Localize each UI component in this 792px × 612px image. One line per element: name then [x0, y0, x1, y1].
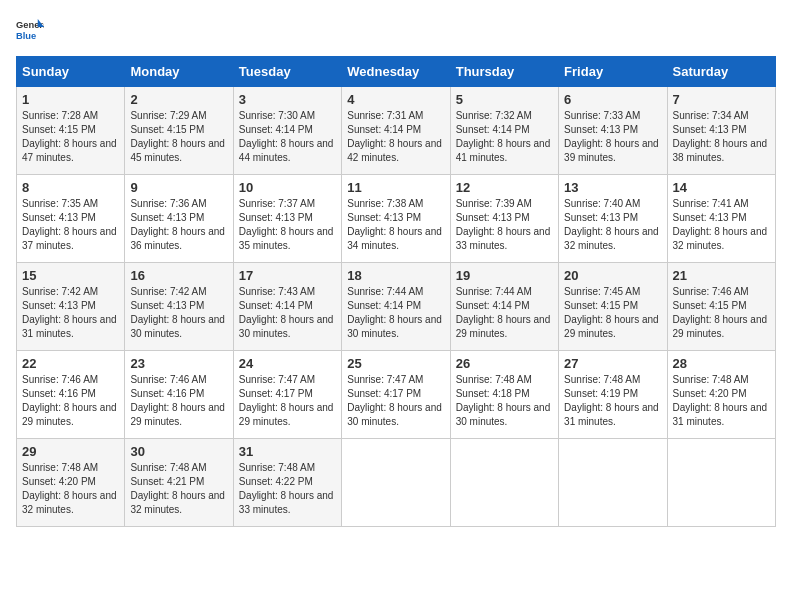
day-number: 2 [130, 92, 227, 107]
day-number: 8 [22, 180, 119, 195]
cell-details: Sunrise: 7:35 AMSunset: 4:13 PMDaylight:… [22, 198, 117, 251]
day-number: 25 [347, 356, 444, 371]
cell-details: Sunrise: 7:46 AMSunset: 4:16 PMDaylight:… [130, 374, 225, 427]
cell-details: Sunrise: 7:48 AMSunset: 4:20 PMDaylight:… [673, 374, 768, 427]
day-number: 14 [673, 180, 770, 195]
cell-details: Sunrise: 7:46 AMSunset: 4:15 PMDaylight:… [673, 286, 768, 339]
cell-details: Sunrise: 7:48 AMSunset: 4:21 PMDaylight:… [130, 462, 225, 515]
day-number: 9 [130, 180, 227, 195]
col-header-wednesday: Wednesday [342, 57, 450, 87]
calendar-cell-29: 29Sunrise: 7:48 AMSunset: 4:20 PMDayligh… [17, 439, 125, 527]
day-number: 10 [239, 180, 336, 195]
cell-details: Sunrise: 7:39 AMSunset: 4:13 PMDaylight:… [456, 198, 551, 251]
day-number: 31 [239, 444, 336, 459]
cell-details: Sunrise: 7:31 AMSunset: 4:14 PMDaylight:… [347, 110, 442, 163]
cell-details: Sunrise: 7:33 AMSunset: 4:13 PMDaylight:… [564, 110, 659, 163]
cell-details: Sunrise: 7:43 AMSunset: 4:14 PMDaylight:… [239, 286, 334, 339]
calendar-cell-26: 26Sunrise: 7:48 AMSunset: 4:18 PMDayligh… [450, 351, 558, 439]
calendar-cell-9: 9Sunrise: 7:36 AMSunset: 4:13 PMDaylight… [125, 175, 233, 263]
col-header-monday: Monday [125, 57, 233, 87]
empty-cell [450, 439, 558, 527]
cell-details: Sunrise: 7:47 AMSunset: 4:17 PMDaylight:… [347, 374, 442, 427]
cell-details: Sunrise: 7:48 AMSunset: 4:22 PMDaylight:… [239, 462, 334, 515]
calendar-cell-20: 20Sunrise: 7:45 AMSunset: 4:15 PMDayligh… [559, 263, 667, 351]
day-number: 21 [673, 268, 770, 283]
day-number: 19 [456, 268, 553, 283]
cell-details: Sunrise: 7:36 AMSunset: 4:13 PMDaylight:… [130, 198, 225, 251]
cell-details: Sunrise: 7:44 AMSunset: 4:14 PMDaylight:… [456, 286, 551, 339]
col-header-sunday: Sunday [17, 57, 125, 87]
cell-details: Sunrise: 7:38 AMSunset: 4:13 PMDaylight:… [347, 198, 442, 251]
calendar-cell-2: 2Sunrise: 7:29 AMSunset: 4:15 PMDaylight… [125, 87, 233, 175]
calendar-cell-15: 15Sunrise: 7:42 AMSunset: 4:13 PMDayligh… [17, 263, 125, 351]
calendar-cell-14: 14Sunrise: 7:41 AMSunset: 4:13 PMDayligh… [667, 175, 775, 263]
col-header-tuesday: Tuesday [233, 57, 341, 87]
calendar-cell-31: 31Sunrise: 7:48 AMSunset: 4:22 PMDayligh… [233, 439, 341, 527]
logo: General Blue [16, 16, 44, 44]
day-number: 13 [564, 180, 661, 195]
svg-text:Blue: Blue [16, 31, 36, 41]
page-header: General Blue [16, 16, 776, 44]
day-number: 4 [347, 92, 444, 107]
day-number: 16 [130, 268, 227, 283]
day-number: 15 [22, 268, 119, 283]
cell-details: Sunrise: 7:41 AMSunset: 4:13 PMDaylight:… [673, 198, 768, 251]
calendar-cell-23: 23Sunrise: 7:46 AMSunset: 4:16 PMDayligh… [125, 351, 233, 439]
day-number: 27 [564, 356, 661, 371]
day-number: 23 [130, 356, 227, 371]
calendar-cell-5: 5Sunrise: 7:32 AMSunset: 4:14 PMDaylight… [450, 87, 558, 175]
day-number: 18 [347, 268, 444, 283]
calendar-cell-1: 1Sunrise: 7:28 AMSunset: 4:15 PMDaylight… [17, 87, 125, 175]
calendar-cell-10: 10Sunrise: 7:37 AMSunset: 4:13 PMDayligh… [233, 175, 341, 263]
calendar-cell-22: 22Sunrise: 7:46 AMSunset: 4:16 PMDayligh… [17, 351, 125, 439]
calendar-cell-21: 21Sunrise: 7:46 AMSunset: 4:15 PMDayligh… [667, 263, 775, 351]
cell-details: Sunrise: 7:48 AMSunset: 4:20 PMDaylight:… [22, 462, 117, 515]
calendar-cell-28: 28Sunrise: 7:48 AMSunset: 4:20 PMDayligh… [667, 351, 775, 439]
calendar-cell-24: 24Sunrise: 7:47 AMSunset: 4:17 PMDayligh… [233, 351, 341, 439]
cell-details: Sunrise: 7:34 AMSunset: 4:13 PMDaylight:… [673, 110, 768, 163]
calendar-cell-19: 19Sunrise: 7:44 AMSunset: 4:14 PMDayligh… [450, 263, 558, 351]
day-number: 7 [673, 92, 770, 107]
cell-details: Sunrise: 7:44 AMSunset: 4:14 PMDaylight:… [347, 286, 442, 339]
cell-details: Sunrise: 7:37 AMSunset: 4:13 PMDaylight:… [239, 198, 334, 251]
calendar-cell-13: 13Sunrise: 7:40 AMSunset: 4:13 PMDayligh… [559, 175, 667, 263]
day-number: 20 [564, 268, 661, 283]
col-header-thursday: Thursday [450, 57, 558, 87]
cell-details: Sunrise: 7:40 AMSunset: 4:13 PMDaylight:… [564, 198, 659, 251]
cell-details: Sunrise: 7:47 AMSunset: 4:17 PMDaylight:… [239, 374, 334, 427]
col-header-friday: Friday [559, 57, 667, 87]
calendar-cell-18: 18Sunrise: 7:44 AMSunset: 4:14 PMDayligh… [342, 263, 450, 351]
cell-details: Sunrise: 7:42 AMSunset: 4:13 PMDaylight:… [130, 286, 225, 339]
day-number: 1 [22, 92, 119, 107]
calendar-cell-17: 17Sunrise: 7:43 AMSunset: 4:14 PMDayligh… [233, 263, 341, 351]
empty-cell [342, 439, 450, 527]
cell-details: Sunrise: 7:48 AMSunset: 4:18 PMDaylight:… [456, 374, 551, 427]
cell-details: Sunrise: 7:29 AMSunset: 4:15 PMDaylight:… [130, 110, 225, 163]
calendar-cell-16: 16Sunrise: 7:42 AMSunset: 4:13 PMDayligh… [125, 263, 233, 351]
day-number: 11 [347, 180, 444, 195]
cell-details: Sunrise: 7:30 AMSunset: 4:14 PMDaylight:… [239, 110, 334, 163]
empty-cell [559, 439, 667, 527]
calendar-cell-27: 27Sunrise: 7:48 AMSunset: 4:19 PMDayligh… [559, 351, 667, 439]
calendar-cell-12: 12Sunrise: 7:39 AMSunset: 4:13 PMDayligh… [450, 175, 558, 263]
calendar-cell-8: 8Sunrise: 7:35 AMSunset: 4:13 PMDaylight… [17, 175, 125, 263]
cell-details: Sunrise: 7:46 AMSunset: 4:16 PMDaylight:… [22, 374, 117, 427]
day-number: 26 [456, 356, 553, 371]
calendar-cell-30: 30Sunrise: 7:48 AMSunset: 4:21 PMDayligh… [125, 439, 233, 527]
col-header-saturday: Saturday [667, 57, 775, 87]
day-number: 3 [239, 92, 336, 107]
cell-details: Sunrise: 7:32 AMSunset: 4:14 PMDaylight:… [456, 110, 551, 163]
calendar-cell-3: 3Sunrise: 7:30 AMSunset: 4:14 PMDaylight… [233, 87, 341, 175]
calendar-cell-11: 11Sunrise: 7:38 AMSunset: 4:13 PMDayligh… [342, 175, 450, 263]
calendar-cell-4: 4Sunrise: 7:31 AMSunset: 4:14 PMDaylight… [342, 87, 450, 175]
empty-cell [667, 439, 775, 527]
day-number: 29 [22, 444, 119, 459]
cell-details: Sunrise: 7:45 AMSunset: 4:15 PMDaylight:… [564, 286, 659, 339]
day-number: 17 [239, 268, 336, 283]
day-number: 30 [130, 444, 227, 459]
day-number: 28 [673, 356, 770, 371]
day-number: 6 [564, 92, 661, 107]
day-number: 22 [22, 356, 119, 371]
calendar-cell-25: 25Sunrise: 7:47 AMSunset: 4:17 PMDayligh… [342, 351, 450, 439]
logo-icon: General Blue [16, 16, 44, 44]
